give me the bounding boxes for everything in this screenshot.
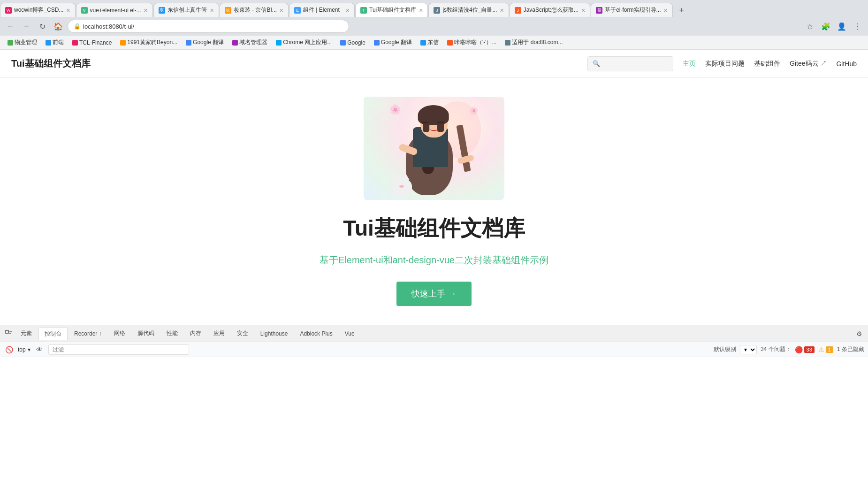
bookmark-10[interactable]: 东信 (417, 38, 442, 47)
tab-6[interactable]: T Tui基础组件文档库 × (355, 3, 428, 17)
devtools-tab-lighthouse[interactable]: Lighthouse (255, 329, 294, 339)
bookmark-7[interactable]: Chrome 网上应用... (272, 38, 335, 47)
devtools-tab-adblock[interactable]: Adblock Plus (294, 329, 338, 339)
nav-link-home[interactable]: 主页 (683, 60, 696, 68)
bookmark-1[interactable]: 物业管理 (4, 38, 41, 47)
top-select-arrow: ▾ (28, 346, 30, 353)
tab-close-2[interactable]: × (141, 7, 148, 14)
bookmark-12[interactable]: 适用于 doc88.com... (501, 38, 566, 47)
tab-close-9[interactable]: × (661, 7, 668, 14)
bookmark-label-4: 1991黄家驹Beyon... (127, 38, 177, 46)
level-select[interactable]: ▾ (740, 345, 757, 354)
tab-label-9: 基于el-form实现引导... (605, 6, 661, 14)
tab-3[interactable]: 东 东信创上真牛管 × (153, 3, 219, 17)
devtools-tab-application[interactable]: 应用 (208, 328, 230, 339)
tab-2[interactable]: V vue+element-ui el-... × (76, 3, 153, 17)
tab-bar: W wocwin博客_CSD... × V vue+element-ui el-… (0, 0, 868, 17)
devtools-tab-vue[interactable]: Vue (339, 329, 360, 339)
devtools-inspect-button[interactable] (4, 329, 14, 339)
tab-close-6[interactable]: × (416, 7, 423, 14)
lock-icon: 🔒 (74, 23, 81, 30)
back-button[interactable]: ← (4, 20, 17, 33)
nav-search[interactable]: 🔍 (587, 56, 673, 71)
bookmark-4[interactable]: 1991黄家驹Beyon... (116, 38, 181, 47)
menu-button[interactable]: ⋮ (851, 20, 864, 33)
url-bar[interactable]: 🔒 localhost:8080/t-ui/ (68, 20, 349, 33)
tab-7[interactable]: J js数组清洗4位_自量... × (428, 3, 509, 17)
bookmark-3[interactable]: TCL-Finance (69, 38, 115, 47)
devtools-tab-network[interactable]: 网络 (108, 328, 131, 339)
devtools-settings-button[interactable]: ⚙ (854, 329, 864, 339)
bookmark-11[interactable]: 咔嗒咔嗒（'-'）... (443, 38, 501, 47)
bookmark-label-10: 东信 (427, 38, 439, 46)
eye-button[interactable]: 👁 (34, 344, 45, 355)
tab-label-6: Tui基础组件文档库 (369, 6, 416, 14)
reload-button[interactable]: ↻ (36, 20, 49, 33)
devtools-tab-elements[interactable]: 元素 (15, 328, 38, 339)
nav-links: 主页 实际项目问题 基础组件 Gitee码云 ↗ GitHub (683, 60, 857, 68)
tab-close-8[interactable]: × (579, 7, 585, 14)
tab-favicon-1: W (5, 7, 12, 14)
bookmark-favicon-8 (340, 40, 346, 46)
bookmark-favicon-5 (186, 40, 191, 46)
warning-badge: ⚠ 1 (818, 346, 833, 353)
nav-link-gitee[interactable]: Gitee码云 ↗ (790, 60, 827, 68)
devtools-right-panel: 默认级别 ▾ 34 个问题： 🔴 33 ⚠ 1 1 条已隐藏 (714, 345, 864, 354)
profile-button[interactable]: 👤 (835, 20, 848, 33)
context-select[interactable]: top ▾ (18, 346, 30, 353)
devtools-tab-sources[interactable]: 源代码 (132, 328, 160, 339)
top-label: top (18, 346, 26, 353)
bookmark-label-12: 适用于 doc88.com... (512, 38, 563, 46)
tab-close-4[interactable]: × (277, 7, 283, 14)
nav-link-components[interactable]: 基础组件 (754, 60, 780, 68)
bookmark-8[interactable]: Google (336, 38, 369, 47)
bookmark-2[interactable]: 前端 (42, 38, 68, 47)
tab-close-1[interactable]: × (63, 7, 70, 14)
devtools-tab-recorder[interactable]: Recorder ↑ (69, 329, 107, 339)
tab-4[interactable]: 妆 妆束装 - 京信BI... × (220, 3, 289, 17)
tab-label-7: js数组清洗4位_自量... (442, 6, 497, 14)
address-bar: ← → ↻ 🏠 🔒 localhost:8080/t-ui/ ☆ 🧩 👤 ⋮ (0, 17, 868, 36)
bookmark-6[interactable]: 域名管理器 (228, 38, 271, 47)
bookmark-label-9: Google 翻译 (381, 38, 412, 46)
bookmark-label-5: Google 翻译 (193, 38, 224, 46)
bookmark-label-7: Chrome 网上应用... (283, 38, 332, 46)
new-tab-button[interactable]: + (675, 4, 688, 17)
tab-close-3[interactable]: × (207, 7, 214, 14)
bookmark-button[interactable]: ☆ (803, 20, 816, 33)
warning-count: 1 (826, 346, 833, 353)
search-input[interactable] (602, 60, 668, 67)
devtools-panel: 元素 控制台 Recorder ↑ 网络 源代码 性能 内存 应用 安全 Lig… (0, 325, 868, 437)
bookmark-9[interactable]: Google 翻译 (370, 38, 416, 47)
bookmark-5[interactable]: Google 翻译 (182, 38, 228, 47)
hero-subtitle: 基于Element-ui和ant-design-vue二次封装基础组件示例 (320, 252, 548, 268)
tab-8[interactable]: J JavaScript:怎么获取... × (510, 3, 591, 17)
tab-favicon-6: T (360, 7, 367, 14)
bookmark-label-8: Google (347, 39, 365, 46)
bookmarks-bar: 物业管理 前端 TCL-Finance 1991黄家驹Beyon... Goog… (0, 36, 868, 50)
extension-button[interactable]: 🧩 (819, 20, 832, 33)
tab-close-5[interactable]: × (343, 7, 350, 14)
devtools-tab-security[interactable]: 安全 (231, 328, 254, 339)
nav-link-issues[interactable]: 实际项目问题 (705, 60, 745, 68)
tab-label-2: vue+element-ui el-... (90, 7, 141, 14)
tab-1[interactable]: W wocwin博客_CSD... × (0, 3, 76, 17)
tab-9[interactable]: 基 基于el-form实现引导... × (591, 3, 673, 17)
tab-favicon-2: V (81, 7, 88, 14)
tab-favicon-8: J (515, 7, 521, 14)
warning-icon: ⚠ (818, 346, 824, 353)
clear-console-button[interactable]: 🚫 (4, 344, 14, 355)
page-content: Tui基础组件文档库 🔍 主页 实际项目问题 基础组件 Gitee码云 ↗ Gi… (0, 50, 868, 325)
nav-link-github[interactable]: GitHub (836, 60, 857, 68)
tab-close-7[interactable]: × (497, 7, 503, 14)
get-started-button[interactable]: 快速上手 → (396, 282, 471, 306)
home-button[interactable]: 🏠 (52, 20, 65, 33)
tab-5[interactable]: E 组件 | Element × (289, 3, 355, 17)
error-icon: 🔴 (795, 346, 803, 353)
devtools-tab-memory[interactable]: 内存 (184, 328, 207, 339)
filter-input[interactable] (48, 344, 189, 355)
tab-label-3: 东信创上真牛管 (168, 6, 207, 14)
devtools-tab-console[interactable]: 控制台 (38, 328, 68, 340)
devtools-tab-performance[interactable]: 性能 (161, 328, 183, 339)
forward-button[interactable]: → (20, 20, 33, 33)
